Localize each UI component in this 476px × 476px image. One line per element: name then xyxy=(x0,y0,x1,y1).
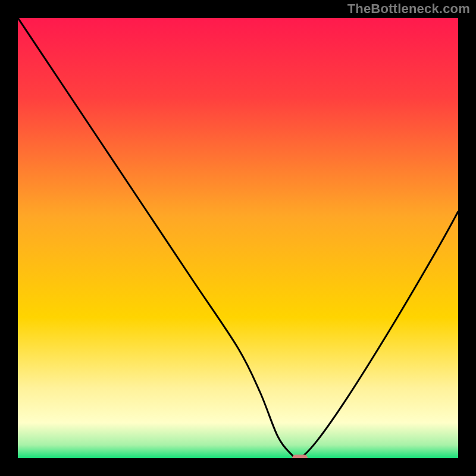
minimum-marker xyxy=(292,455,308,458)
watermark-text: TheBottleneck.com xyxy=(347,1,470,17)
plot-area xyxy=(18,18,458,458)
bottleneck-curve xyxy=(18,18,458,458)
plot-frame xyxy=(18,18,458,458)
chart-root: TheBottleneck.com xyxy=(0,0,476,476)
